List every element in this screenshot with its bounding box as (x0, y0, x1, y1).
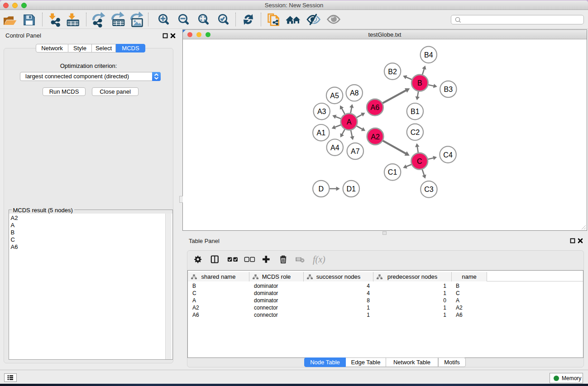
svg-text:D: D (319, 185, 324, 193)
svg-text:D1: D1 (347, 185, 356, 193)
svg-text:A8: A8 (350, 89, 359, 97)
svg-text:A5: A5 (330, 92, 339, 100)
svg-text:C1: C1 (388, 168, 397, 176)
svg-text:A3: A3 (317, 108, 326, 115)
svg-text:B: B (417, 79, 422, 87)
svg-text:A1: A1 (317, 129, 326, 137)
svg-text:A7: A7 (351, 148, 360, 155)
svg-text:B1: B1 (411, 108, 420, 115)
svg-text:A: A (347, 118, 352, 126)
svg-text:C3: C3 (424, 186, 434, 193)
svg-text:f(x): f(x) (313, 254, 325, 265)
svg-text:A4: A4 (330, 144, 339, 152)
svg-text:B4: B4 (424, 51, 433, 59)
svg-text:A6: A6 (371, 104, 380, 111)
svg-text:C: C (417, 157, 422, 165)
svg-text:B3: B3 (444, 86, 453, 93)
svg-text:C4: C4 (443, 151, 453, 159)
svg-text:C2: C2 (411, 129, 420, 136)
svg-text:B2: B2 (388, 68, 397, 76)
svg-text:A2: A2 (371, 133, 380, 141)
